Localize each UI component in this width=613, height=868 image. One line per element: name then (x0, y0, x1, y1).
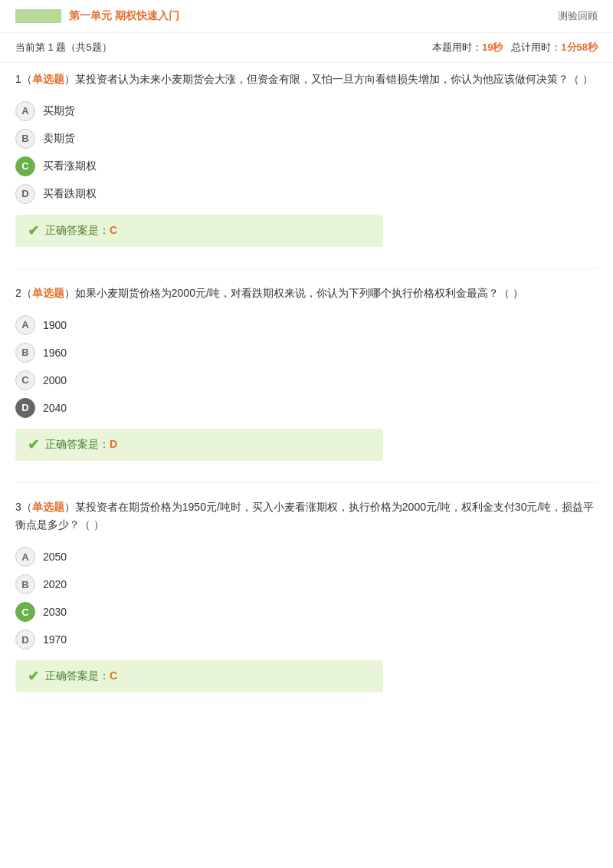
question-title-3: 3（单选题）某投资者在期货价格为1950元/吨时，买入小麦看涨期权，执行价格为2… (15, 498, 598, 535)
option-letter-2-D: D (15, 398, 35, 418)
question-block-1: 1（单选题）某投资者认为未来小麦期货会大涨，但资金有限，又怕一旦方向看错损失增加… (15, 71, 598, 247)
answer-text-1: 正确答案是：C (45, 224, 117, 238)
options-list-1: A 买期货 B 卖期货 C 买看涨期权 D 买看跌期权 (15, 101, 598, 204)
current-question: 当前第 1 题（共5题） (15, 41, 112, 54)
option-1-B[interactable]: B 卖期货 (15, 129, 598, 149)
question-type-2: 单选题 (32, 287, 64, 299)
divider-2 (15, 482, 598, 483)
answer-correct-2: D (110, 438, 117, 450)
options-list-2: A 1900 B 1960 C 2000 D 2040 (15, 315, 598, 418)
question-number-3: 3（ (15, 501, 32, 513)
option-letter-1-B: B (15, 129, 35, 149)
option-text-2-C: 2000 (43, 374, 67, 386)
option-1-A[interactable]: A 买期货 (15, 101, 598, 121)
option-letter-2-A: A (15, 315, 35, 335)
option-text-2-A: 1900 (43, 319, 67, 331)
question-meta: 当前第 1 题（共5题） 本题用时：19秒 总计用时：1分58秒 (0, 33, 613, 63)
review-label[interactable]: 测验回顾 (558, 9, 598, 23)
question-title-2: 2（单选题）如果小麦期货价格为2000元/吨，对看跌期权来说，你认为下列哪个执行… (15, 284, 598, 303)
option-letter-1-A: A (15, 101, 35, 121)
option-text-1-D: 买看跌期权 (43, 187, 97, 201)
total-value: 1分58秒 (561, 41, 598, 53)
options-list-3: A 2050 B 2020 C 2030 D 1970 (15, 547, 598, 649)
answer-box-3: ✔ 正确答案是：C (15, 660, 383, 692)
option-2-A[interactable]: A 1900 (15, 315, 598, 335)
answer-check-icon-3: ✔ (28, 668, 39, 685)
answer-check-icon-1: ✔ (28, 222, 39, 239)
option-2-B[interactable]: B 1960 (15, 343, 598, 363)
option-letter-2-C: C (15, 370, 35, 390)
answer-correct-3: C (110, 669, 117, 682)
option-letter-3-C: C (15, 602, 35, 622)
answer-text-2: 正确答案是：D (45, 438, 117, 452)
option-text-3-C: 2030 (43, 606, 67, 618)
option-letter-1-D: D (15, 184, 35, 204)
option-text-2-D: 2040 (43, 402, 67, 414)
option-text-1-A: 买期货 (43, 104, 75, 118)
option-3-B[interactable]: B 2020 (15, 574, 598, 594)
question-number-1: 1（ (15, 73, 32, 85)
option-3-A[interactable]: A 2050 (15, 547, 598, 567)
question-number-2: 2（ (15, 287, 32, 299)
question-block-3: 3（单选题）某投资者在期货价格为1950元/吨时，买入小麦看涨期权，执行价格为2… (15, 498, 598, 693)
unit-title: 第一单元 期权快速入门 (69, 9, 179, 23)
option-text-3-B: 2020 (43, 578, 67, 590)
timer-info: 本题用时：19秒 总计用时：1分58秒 (432, 41, 598, 54)
option-text-1-C: 买看涨期权 (43, 159, 97, 173)
question-block-2: 2（单选题）如果小麦期货价格为2000元/吨，对看跌期权来说，你认为下列哪个执行… (15, 284, 598, 461)
question-type-1: 单选题 (32, 73, 64, 85)
option-3-D[interactable]: D 1970 (15, 630, 598, 649)
answer-box-1: ✔ 正确答案是：C (15, 215, 383, 247)
total-label: 总计用时： (511, 41, 561, 53)
answer-box-2: ✔ 正确答案是：D (15, 429, 383, 461)
answer-check-icon-2: ✔ (28, 436, 39, 453)
time-value: 19秒 (482, 41, 503, 53)
option-letter-3-B: B (15, 574, 35, 594)
content-area: 1（单选题）某投资者认为未来小麦期货会大涨，但资金有限，又怕一旦方向看错损失增加… (0, 63, 613, 737)
divider-1 (15, 268, 598, 269)
header-bar: 第一单元 期权快速入门 测验回顾 (0, 0, 613, 33)
question-type-3: 单选题 (32, 501, 64, 513)
answer-correct-1: C (110, 224, 117, 236)
option-letter-1-C: C (15, 156, 35, 176)
option-3-C[interactable]: C 2030 (15, 602, 598, 622)
option-text-3-A: 2050 (43, 551, 67, 563)
option-letter-3-D: D (15, 630, 35, 649)
unit-color-block (15, 9, 61, 23)
option-2-D[interactable]: D 2040 (15, 398, 598, 418)
page-wrapper: 第一单元 期权快速入门 测验回顾 当前第 1 题（共5题） 本题用时：19秒 总… (0, 0, 613, 868)
option-text-1-B: 卖期货 (43, 132, 75, 146)
option-2-C[interactable]: C 2000 (15, 370, 598, 390)
option-letter-2-B: B (15, 343, 35, 363)
question-title-1: 1（单选题）某投资者认为未来小麦期货会大涨，但资金有限，又怕一旦方向看错损失增加… (15, 71, 598, 89)
option-1-D[interactable]: D 买看跌期权 (15, 184, 598, 204)
option-text-2-B: 1960 (43, 347, 67, 359)
time-label: 本题用时： (432, 41, 482, 53)
option-1-C[interactable]: C 买看涨期权 (15, 156, 598, 176)
option-text-3-D: 1970 (43, 633, 67, 646)
option-letter-3-A: A (15, 547, 35, 567)
answer-text-3: 正确答案是：C (45, 669, 117, 683)
